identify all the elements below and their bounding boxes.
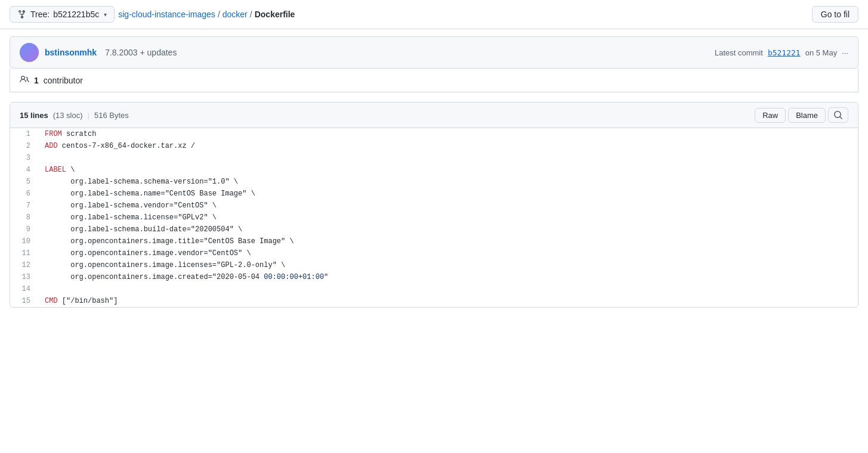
line-code: org.label-schema.schema-version="1.0" \ xyxy=(40,176,858,188)
commit-date: on 5 May xyxy=(805,48,837,57)
tree-hash: b521221b5c xyxy=(53,10,99,19)
tree-selector-button[interactable]: Tree: b521221b5c ▾ xyxy=(10,6,115,23)
table-row: 11 org.opencontainers.image.vendor="Cent… xyxy=(10,247,858,259)
plain-token: org.label-schema.vendor="CentOS" \ xyxy=(45,201,217,210)
line-code: FROM scratch xyxy=(40,128,858,140)
avatar-image xyxy=(20,43,39,62)
plain-token: org.opencontainers.image.title="CentOS B… xyxy=(45,237,294,246)
line-number: 12 xyxy=(10,259,40,271)
line-number: 9 xyxy=(10,224,40,235)
line-number: 2 xyxy=(10,140,40,152)
line-code: org.label-schema.name="CentOS Base Image… xyxy=(40,188,858,200)
commit-message: 7.8.2003 + updates xyxy=(105,48,177,57)
go-to-file-button[interactable]: Go to fil xyxy=(812,6,858,23)
raw-button[interactable]: Raw xyxy=(755,108,786,123)
breadcrumb-sep-2: / xyxy=(250,10,252,19)
contributor-label: contributor xyxy=(44,76,83,85)
line-number: 15 xyxy=(10,295,40,307)
line-number: 14 xyxy=(10,283,40,295)
line-code: LABEL \ xyxy=(40,164,858,176)
line-code: org.opencontainers.image.vendor="CentOS"… xyxy=(40,247,858,259)
table-row: 1FROM scratch xyxy=(10,128,858,140)
table-row: 8 org.label-schema.license="GPLv2" \ xyxy=(10,212,858,224)
plain-token: org.opencontainers.image.licenses="GPL-2… xyxy=(45,261,285,269)
keyword-token: CMD xyxy=(45,297,58,305)
top-bar: Tree: b521221b5c ▾ sig-cloud-instance-im… xyxy=(0,0,868,29)
table-row: 10 org.opencontainers.image.title="CentO… xyxy=(10,235,858,247)
line-code: org.label-schema.license="GPLv2" \ xyxy=(40,212,858,224)
table-row: 12 org.opencontainers.image.licenses="GP… xyxy=(10,259,858,271)
commit-author[interactable]: bstinsonmhk xyxy=(45,48,97,57)
tree-label: Tree: xyxy=(30,10,50,19)
plain-token: org.label-schema.build-date="20200504" \ xyxy=(45,225,242,234)
breadcrumb-current-file: Dockerfile xyxy=(255,10,295,19)
keyword-token: ADD xyxy=(45,142,58,150)
line-code: org.opencontainers.image.created="2020-0… xyxy=(40,271,858,283)
plain-token: centos-7-x86_64-docker.tar.xz / xyxy=(58,142,195,150)
file-viewer: 15 lines (13 sloc) | 516 Bytes Raw Blame… xyxy=(10,102,858,308)
table-row: 2ADD centos-7-x86_64-docker.tar.xz / xyxy=(10,140,858,152)
plain-token: scratch xyxy=(62,130,97,138)
top-bar-left: Tree: b521221b5c ▾ sig-cloud-instance-im… xyxy=(10,6,295,23)
file-actions: Raw Blame xyxy=(755,107,848,123)
table-row: 5 org.label-schema.schema-version="1.0" … xyxy=(10,176,858,188)
line-number: 6 xyxy=(10,188,40,200)
line-code: org.label-schema.build-date="20200504" \ xyxy=(40,224,858,235)
plain-token: " xyxy=(324,273,328,281)
table-row: 9 org.label-schema.build-date="20200504"… xyxy=(10,224,858,235)
blame-button[interactable]: Blame xyxy=(788,108,826,123)
breadcrumb: sig-cloud-instance-images / docker / Doc… xyxy=(118,10,295,19)
commit-bar-right: Latest commit b521221 on 5 May ··· xyxy=(715,48,848,57)
breadcrumb-repo-link[interactable]: sig-cloud-instance-images xyxy=(118,10,215,19)
commit-hash-link[interactable]: b521221 xyxy=(768,48,801,57)
line-number: 10 xyxy=(10,235,40,247)
avatar xyxy=(20,43,39,62)
line-code: org.opencontainers.image.title="CentOS B… xyxy=(40,235,858,247)
chevron-down-icon: ▾ xyxy=(104,11,107,18)
branch-icon xyxy=(17,10,27,19)
line-number: 1 xyxy=(10,128,40,140)
latest-commit-label: Latest commit xyxy=(715,48,763,57)
file-header: 15 lines (13 sloc) | 516 Bytes Raw Blame xyxy=(10,103,858,128)
table-row: 7 org.label-schema.vendor="CentOS" \ xyxy=(10,200,858,212)
keyword-token: LABEL xyxy=(45,166,66,174)
keyword-token: FROM xyxy=(45,130,62,138)
file-sloc: (13 sloc) xyxy=(53,111,83,120)
line-code: ADD centos-7-x86_64-docker.tar.xz / xyxy=(40,140,858,152)
line-code: org.opencontainers.image.licenses="GPL-2… xyxy=(40,259,858,271)
commit-bar-left: bstinsonmhk 7.8.2003 + updates xyxy=(20,43,177,62)
file-meta-sep: | xyxy=(88,111,89,120)
plain-token: org.label-schema.schema-version="1.0" \ xyxy=(45,178,238,186)
table-row: 15CMD ["/bin/bash"] xyxy=(10,295,858,307)
file-size: 516 Bytes xyxy=(94,111,129,120)
line-number: 11 xyxy=(10,247,40,259)
plain-token: org.opencontainers.image.created="2020-0… xyxy=(45,273,264,281)
file-meta: 15 lines (13 sloc) | 516 Bytes xyxy=(20,111,129,120)
contributors-icon xyxy=(20,75,29,86)
table-row: 3 xyxy=(10,152,858,164)
line-code: CMD ["/bin/bash"] xyxy=(40,295,858,307)
code-table: 1FROM scratch2ADD centos-7-x86_64-docker… xyxy=(10,128,858,307)
line-number: 4 xyxy=(10,164,40,176)
line-number: 7 xyxy=(10,200,40,212)
contributor-bar: 1 contributor xyxy=(10,69,858,92)
plain-token: org.label-schema.name="CentOS Base Image… xyxy=(45,190,255,198)
string-token: 00:00:00+01:00 xyxy=(264,273,324,281)
breadcrumb-folder-link[interactable]: docker xyxy=(223,10,248,19)
display-mode-button[interactable] xyxy=(828,107,848,123)
line-code xyxy=(40,152,858,164)
monitor-icon xyxy=(833,110,843,120)
contributor-count: 1 xyxy=(34,76,39,85)
plain-token: org.label-schema.license="GPLv2" \ xyxy=(45,213,217,222)
line-number: 13 xyxy=(10,271,40,283)
line-code: org.label-schema.vendor="CentOS" \ xyxy=(40,200,858,212)
file-lines-count: 15 lines xyxy=(20,111,48,120)
line-number: 3 xyxy=(10,152,40,164)
table-row: 4LABEL \ xyxy=(10,164,858,176)
table-row: 13 org.opencontainers.image.created="202… xyxy=(10,271,858,283)
commit-bar: bstinsonmhk 7.8.2003 + updates Latest co… xyxy=(10,36,858,69)
table-row: 6 org.label-schema.name="CentOS Base Ima… xyxy=(10,188,858,200)
line-number: 5 xyxy=(10,176,40,188)
breadcrumb-sep-1: / xyxy=(218,10,220,19)
plain-token: org.opencontainers.image.vendor="CentOS"… xyxy=(45,249,251,257)
